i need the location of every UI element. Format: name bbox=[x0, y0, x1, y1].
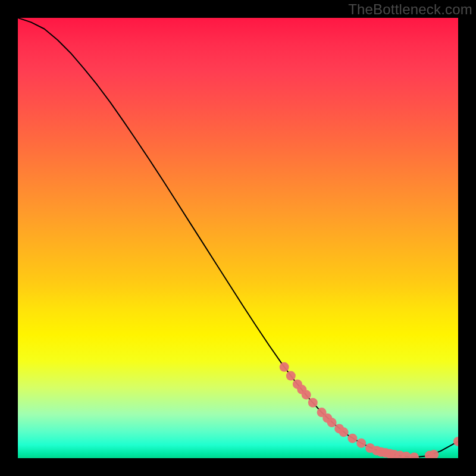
chart-stage: TheBottleneck.com bbox=[0, 0, 476, 476]
marker-dot bbox=[339, 427, 349, 437]
marker-dot bbox=[327, 418, 337, 427]
marker-dot bbox=[308, 398, 318, 408]
plot-area bbox=[18, 18, 458, 458]
watermark-text: TheBottleneck.com bbox=[348, 1, 472, 18]
bottleneck-curve bbox=[18, 18, 458, 458]
marker-group bbox=[280, 362, 458, 458]
chart-overlay bbox=[18, 18, 458, 458]
marker-dot bbox=[286, 371, 296, 381]
marker-dot bbox=[347, 434, 357, 443]
marker-dot bbox=[280, 362, 289, 372]
marker-dot bbox=[356, 439, 366, 448]
marker-dot bbox=[302, 390, 311, 399]
marker-dot bbox=[409, 453, 419, 458]
marker-dot bbox=[453, 437, 458, 446]
